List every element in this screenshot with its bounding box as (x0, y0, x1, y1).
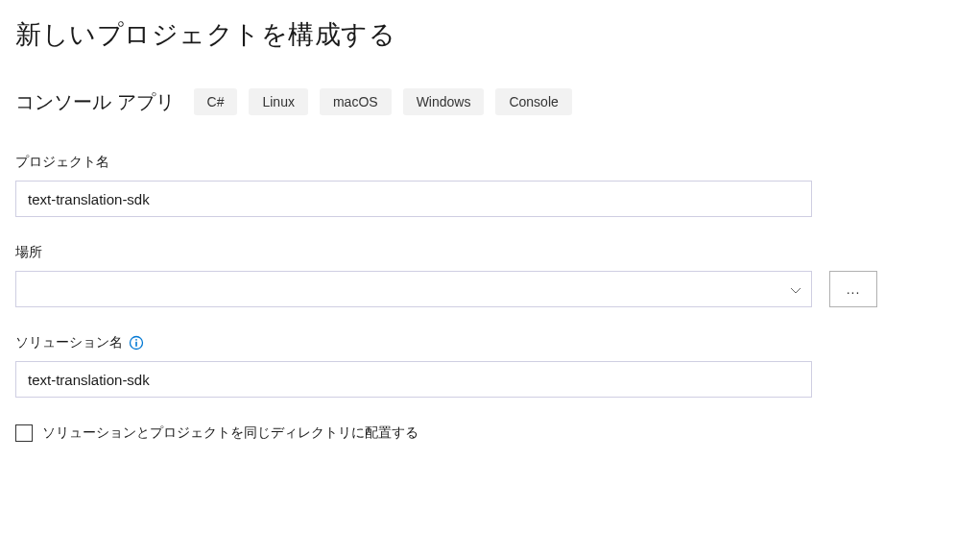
location-label: 場所 (15, 244, 42, 261)
same-directory-label: ソリューションとプロジェクトを同じディレクトリに配置する (42, 424, 418, 442)
solution-name-group: ソリューション名 (15, 334, 965, 398)
tags-container: C# Linux macOS Windows Console (194, 88, 572, 115)
location-select-wrapper (15, 271, 812, 307)
svg-point-1 (135, 339, 137, 341)
app-type-row: コンソール アプリ C# Linux macOS Windows Console (15, 88, 965, 115)
project-name-label: プロジェクト名 (15, 154, 109, 171)
solution-name-label: ソリューション名 (15, 334, 123, 351)
same-directory-row: ソリューションとプロジェクトを同じディレクトリに配置する (15, 424, 965, 442)
page-title: 新しいプロジェクトを構成する (15, 17, 965, 52)
info-icon[interactable] (129, 335, 144, 351)
browse-button[interactable]: ... (829, 271, 877, 307)
tag-windows: Windows (403, 88, 485, 115)
tag-linux: Linux (249, 88, 307, 115)
solution-name-input[interactable] (15, 361, 812, 398)
same-directory-checkbox[interactable] (15, 424, 33, 442)
location-input[interactable] (15, 271, 812, 307)
location-group: 場所 ... (15, 244, 965, 307)
project-name-group: プロジェクト名 (15, 154, 965, 217)
tag-console: Console (495, 88, 571, 115)
project-name-input[interactable] (15, 181, 812, 217)
app-type-label: コンソール アプリ (15, 89, 175, 115)
tag-macos: macOS (320, 88, 392, 115)
svg-rect-2 (135, 342, 137, 347)
tag-csharp: C# (194, 88, 238, 115)
